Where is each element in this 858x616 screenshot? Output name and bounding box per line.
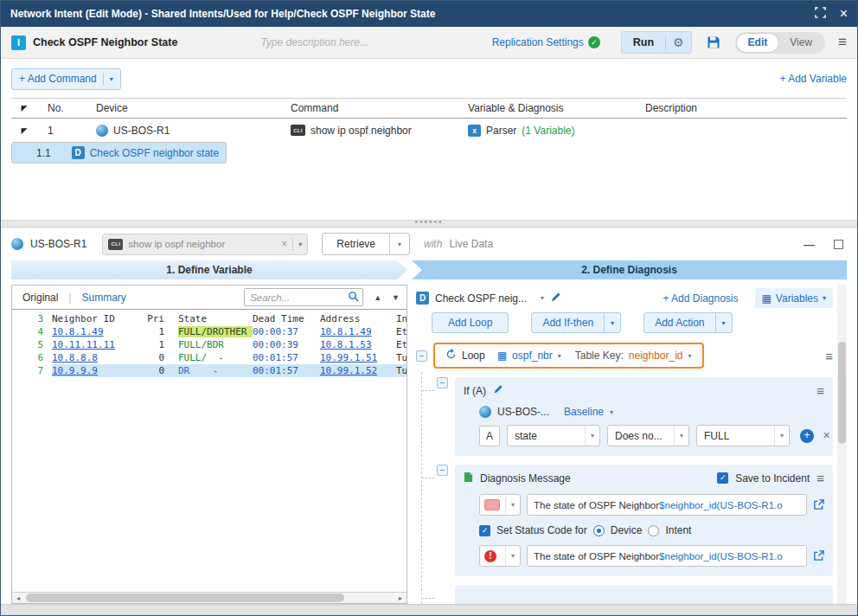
command-row[interactable]: ◤ 1 US-BOS-R1 CLIshow ip ospf neighbor x… <box>11 119 847 142</box>
device-radio[interactable] <box>593 525 605 536</box>
retrieve-options-icon[interactable]: ▾ <box>389 234 409 254</box>
add-if-then-button[interactable]: Add If-then ▾ <box>531 312 621 333</box>
ip-link[interactable]: 10.8.1.49 <box>52 326 138 337</box>
chevron-down-icon[interactable]: ▾ <box>298 241 302 248</box>
scroll-right-icon[interactable]: ► <box>394 595 407 601</box>
loop-table-select[interactable]: ospf_nbr <box>512 350 553 362</box>
status-code-select[interactable]: !▾ <box>479 545 521 567</box>
add-action-button[interactable]: Add Action ▾ <box>644 312 732 333</box>
description-input[interactable]: Type description here... <box>260 36 368 48</box>
diagnosis-panel: D Check OSPF neig... ▾ + Add Diagnosis ▦… <box>414 285 847 604</box>
scrollbar-thumb[interactable] <box>838 342 846 444</box>
view-toggle[interactable]: View <box>778 34 823 52</box>
condition-operator-select[interactable]: Does no...▾ <box>607 425 689 446</box>
command-table: ◤ No. Device Command Variable & Diagnosi… <box>11 98 847 164</box>
chevron-down-icon[interactable]: ▾ <box>110 75 113 83</box>
replication-settings-link[interactable]: Replication Settings <box>492 36 584 48</box>
data-source-select[interactable]: Baseline <box>564 406 604 418</box>
scrollbar-thumb[interactable] <box>26 594 344 602</box>
prev-match-icon[interactable]: ▲ <box>374 293 381 302</box>
add-loop-button[interactable]: Add Loop <box>432 312 509 333</box>
ip-link[interactable]: 10.99.1.51 <box>320 352 396 363</box>
loop-menu-icon[interactable]: ≡ <box>825 349 833 363</box>
add-diagnosis-link[interactable]: + Add Diagnosis <box>663 292 738 305</box>
variables-button[interactable]: ▦ Variables ▾ <box>755 288 834 308</box>
chevron-down-icon: ▾ <box>585 426 599 446</box>
ip-link[interactable]: 10.9.9.9 <box>52 365 138 376</box>
edit-pencil-icon[interactable] <box>493 384 503 397</box>
next-block-partial <box>437 585 833 604</box>
next-match-icon[interactable]: ▼ <box>392 293 400 302</box>
condition-value-select[interactable]: FULL▾ <box>696 425 790 446</box>
parser-label[interactable]: Parser <box>486 125 516 137</box>
add-variable-link[interactable]: + Add Variable <box>779 73 847 85</box>
edit-pencil-icon[interactable] <box>550 291 561 306</box>
diagnosis-select[interactable]: Check OSPF neig... ▾ <box>435 292 544 305</box>
condition-variable-select[interactable]: state▾ <box>507 425 600 446</box>
search-icon[interactable] <box>348 290 359 305</box>
data-toolbar: US-BOS-R1 CLI show ip ospf neighbor × ▾ … <box>1 228 857 260</box>
set-status-code-checkbox[interactable]: ✓ <box>479 525 490 536</box>
if-label: If (A) <box>464 385 486 397</box>
search-input[interactable] <box>250 292 348 303</box>
ip-link[interactable]: 10.11.11.11 <box>52 339 138 350</box>
open-external-icon[interactable] <box>813 499 824 510</box>
ip-link[interactable]: 10.8.8.8 <box>52 352 138 363</box>
vertical-scrollbar[interactable] <box>837 285 847 604</box>
ip-link[interactable]: 10.8.1.53 <box>320 339 396 350</box>
scroll-left-icon[interactable]: ◄ <box>12 595 24 601</box>
diagnosis-row[interactable]: 1.1 DCheck OSPF neighbor state <box>11 142 227 164</box>
tab-summary[interactable]: Summary <box>81 292 125 304</box>
chevron-down-icon[interactable]: ▾ <box>688 352 692 360</box>
parser-icon: x <box>468 125 481 137</box>
cli-icon: CLI <box>108 239 123 250</box>
add-condition-icon[interactable]: + <box>800 429 814 443</box>
collapse-all-icon[interactable]: ◤ <box>22 104 28 112</box>
loop-block[interactable]: Loop ▦ ospf_nbr ▾ Table Key: neighbor_id… <box>433 343 704 369</box>
save-to-incident-label: Save to Incident <box>735 472 810 484</box>
remove-condition-icon[interactable]: ✕ <box>823 430 830 441</box>
edit-toggle[interactable]: Edit <box>737 34 779 52</box>
chevron-down-icon[interactable]: ▾ <box>605 319 620 327</box>
intent-radio[interactable] <box>648 525 659 536</box>
close-window-icon[interactable]: × <box>840 8 848 20</box>
document-icon <box>464 472 473 485</box>
more-menu-icon[interactable]: ≡ <box>838 34 847 51</box>
collapse-loop-icon[interactable]: − <box>416 350 427 362</box>
ip-link[interactable]: 10.8.1.49 <box>320 326 396 337</box>
diagnosis-message-block: Diagnosis Message ✓ Save to Incident ≡ ▾… <box>455 465 833 576</box>
save-icon[interactable] <box>707 35 720 49</box>
run-settings-gear-icon[interactable]: ⚙ <box>666 35 691 49</box>
message-text-input[interactable]: The state of OSPF Neighbor $neighbor_id(… <box>527 494 807 516</box>
add-command-button[interactable]: + Add Command ▾ <box>11 68 121 90</box>
message-menu-icon[interactable]: ≡ <box>816 471 824 485</box>
if-menu-icon[interactable]: ≡ <box>816 383 824 398</box>
diagnosis-link[interactable]: Check OSPF neighbor state <box>90 147 219 159</box>
chevron-down-icon[interactable]: ▾ <box>716 319 732 327</box>
maximize-pane-icon[interactable] <box>834 240 843 249</box>
clear-icon[interactable]: × <box>281 238 287 250</box>
minimize-pane-icon[interactable]: — <box>804 238 815 251</box>
severity-color-select[interactable]: ▾ <box>479 494 521 516</box>
pane-splitter[interactable]: •••••• <box>1 220 857 228</box>
open-external-icon[interactable] <box>813 550 824 561</box>
chevron-down-icon[interactable]: ▾ <box>610 408 613 416</box>
collapse-if-icon[interactable]: − <box>437 377 448 388</box>
tab-original[interactable]: Original <box>22 292 58 304</box>
cli-line-selected[interactable]: 7 10.9.9.90DR -00:01:5710.99.1.52Tun <box>12 364 407 377</box>
save-to-incident-checkbox[interactable]: ✓ <box>717 472 728 484</box>
chevron-down-icon[interactable]: ▾ <box>558 352 561 360</box>
run-button[interactable]: Run <box>622 36 665 48</box>
retrieve-button[interactable]: Retrieve <box>323 234 389 254</box>
message-variable: $neighbor_id(US-BOS-R1.o <box>659 551 783 561</box>
replication-ok-icon: ✓ <box>588 36 600 48</box>
collapse-message-icon[interactable]: − <box>437 465 448 476</box>
color-swatch <box>484 499 500 510</box>
status-message-input[interactable]: The state of OSPF Neighbor $neighbor_id(… <box>527 545 807 567</box>
command-select[interactable]: CLI show ip ospf neighbor × ▾ <box>102 234 308 255</box>
collapse-row-icon[interactable]: ◤ <box>22 126 28 135</box>
table-key-select[interactable]: neighbor_id <box>629 350 683 362</box>
ip-link[interactable]: 10.99.1.52 <box>320 365 396 376</box>
horizontal-scrollbar[interactable]: ◄ ► <box>12 592 407 603</box>
maximize-window-icon[interactable] <box>815 6 826 22</box>
